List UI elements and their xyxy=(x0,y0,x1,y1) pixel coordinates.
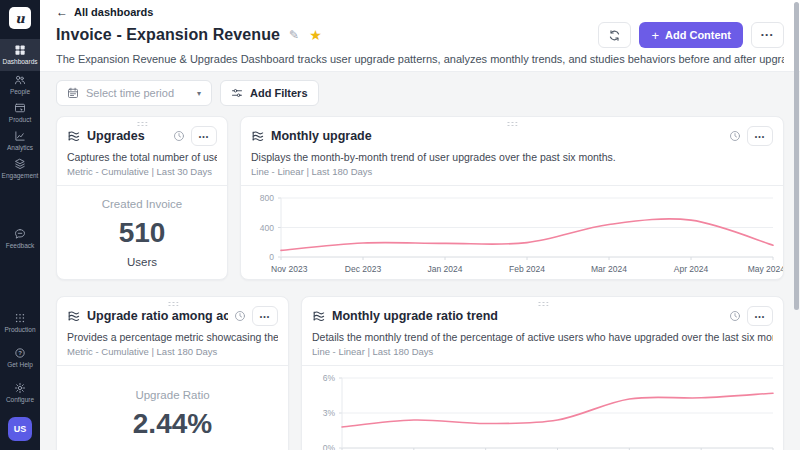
metric-body: Upgrade Ratio 2.44% xyxy=(57,365,288,450)
card-menu-button[interactable]: ••• xyxy=(747,306,773,326)
sidebar-item-label: Production xyxy=(4,326,35,334)
add-filters-button[interactable]: Add Filters xyxy=(220,80,318,106)
drag-handle[interactable] xyxy=(137,121,148,127)
svg-text:Nov 2023: Nov 2023 xyxy=(271,264,308,274)
help-icon: ? xyxy=(14,347,26,359)
card-meta: Line - Linear | Last 180 Days xyxy=(251,166,773,177)
ellipsis-icon: ••• xyxy=(755,133,765,140)
sidebar-item-analytics[interactable]: Analytics xyxy=(0,127,40,155)
user-avatar[interactable]: US xyxy=(8,417,32,441)
sidebar-item-get-help[interactable]: ? Get Help xyxy=(0,344,40,372)
svg-text:Mar 2024: Mar 2024 xyxy=(591,264,627,274)
svg-text:?: ? xyxy=(18,350,22,356)
svg-text:Jan 2024: Jan 2024 xyxy=(428,264,463,274)
scrollbar-thumb[interactable] xyxy=(794,2,799,310)
cards-row-2: Upgrade ratio among active use... ••• Pr… xyxy=(56,296,784,450)
card-menu-button[interactable]: ••• xyxy=(747,126,773,146)
ellipsis-icon: ••• xyxy=(761,31,774,39)
avatar-initials: US xyxy=(14,424,27,434)
metric-sublabel: Users xyxy=(127,256,157,268)
page-header: ← All dashboards Invoice - Expansion Rev… xyxy=(40,0,800,72)
sidebar-nav: Dashboards People Product xyxy=(0,39,40,253)
metric-label: Upgrade Ratio xyxy=(135,389,209,401)
svg-text:0%: 0% xyxy=(323,443,336,450)
sidebar-item-label: Engagement xyxy=(2,172,39,180)
more-options-button[interactable]: ••• xyxy=(751,22,784,48)
card-description: Details the monthly trend of the percent… xyxy=(312,331,773,343)
metric-value: 510 xyxy=(119,217,166,249)
chevron-down-icon: ▾ xyxy=(197,89,201,98)
add-content-button[interactable]: + Add Content xyxy=(639,22,743,48)
app-window: u Dashboards People xyxy=(0,0,800,450)
metric-waves-icon xyxy=(67,309,81,323)
sidebar-item-engagement[interactable]: Engagement xyxy=(0,155,40,183)
card-title: Upgrade ratio among active use... xyxy=(87,309,228,323)
drag-handle[interactable] xyxy=(167,301,178,307)
card-meta: Line - Linear | Last 180 Days xyxy=(312,346,773,357)
card-ratio-trend: Monthly upgrade ratio trend ••• Details … xyxy=(301,296,784,450)
ellipsis-icon: ••• xyxy=(199,133,209,140)
sidebar-item-dashboards[interactable]: Dashboards xyxy=(0,39,40,71)
app-logo[interactable]: u xyxy=(9,7,31,29)
metric-value: 2.44% xyxy=(133,408,212,440)
svg-text:3%: 3% xyxy=(323,408,336,418)
ratio-trend-line-chart: 0%3%6%Nov 2023Dec 2023Jan 2024Feb 2024Ma… xyxy=(302,365,783,450)
metric-waves-icon xyxy=(67,129,81,143)
svg-text:May 2024: May 2024 xyxy=(748,264,783,274)
breadcrumb[interactable]: ← All dashboards xyxy=(56,5,784,19)
favorite-star-icon[interactable]: ★ xyxy=(309,27,322,43)
sidebar: u Dashboards People xyxy=(0,0,40,450)
metric-waves-icon xyxy=(312,309,326,323)
metric-label: Created Invoice xyxy=(102,198,183,210)
svg-text:0: 0 xyxy=(269,252,274,262)
dashboards-icon xyxy=(14,44,26,56)
sidebar-item-people[interactable]: People xyxy=(0,71,40,99)
svg-text:6%: 6% xyxy=(323,373,336,383)
sidebar-item-feedback[interactable]: Feedback xyxy=(0,225,40,253)
configure-icon xyxy=(14,382,26,394)
add-content-label: Add Content xyxy=(665,29,731,41)
add-filters-label: Add Filters xyxy=(250,87,307,99)
card-menu-button[interactable]: ••• xyxy=(191,126,217,146)
time-period-select[interactable]: Select time period ▾ xyxy=(56,80,212,106)
card-title: Monthly upgrade ratio trend xyxy=(332,309,498,323)
card-monthly-upgrade: Monthly upgrade ••• Displays the month-b… xyxy=(240,116,784,280)
drag-handle[interactable] xyxy=(507,121,518,127)
logo-letter: u xyxy=(15,11,24,26)
plus-icon: + xyxy=(651,28,659,43)
card-title: Upgrades xyxy=(87,129,145,143)
header-actions: + Add Content ••• xyxy=(598,22,784,48)
card-menu-button[interactable]: ••• xyxy=(252,306,278,326)
ellipsis-icon: ••• xyxy=(260,313,270,320)
drag-handle[interactable] xyxy=(537,301,548,307)
refresh-button[interactable] xyxy=(598,22,631,48)
ellipsis-icon: ••• xyxy=(755,313,765,320)
sidebar-item-product[interactable]: Product xyxy=(0,99,40,127)
clock-icon xyxy=(729,130,741,142)
feedback-icon xyxy=(14,228,26,240)
edit-title-icon[interactable]: ✎ xyxy=(289,28,299,42)
engagement-icon xyxy=(14,158,26,170)
dashboard-content: Select time period ▾ Add Filters xyxy=(40,72,800,450)
sidebar-item-label: People xyxy=(10,88,30,96)
filter-bar: Select time period ▾ Add Filters xyxy=(56,80,784,106)
card-meta: Metric - Cumulative | Last 180 Days xyxy=(67,346,278,357)
clock-icon xyxy=(729,310,741,322)
sidebar-item-production[interactable]: Production xyxy=(0,309,40,337)
time-period-placeholder: Select time period xyxy=(86,87,174,99)
analytics-icon xyxy=(14,130,26,142)
people-icon xyxy=(14,74,26,86)
sidebar-item-configure[interactable]: Configure xyxy=(0,379,40,407)
card-meta: Metric - Cumulative | Last 30 Days xyxy=(67,166,217,177)
sidebar-item-label: Configure xyxy=(6,396,34,404)
clock-icon xyxy=(173,130,185,142)
scrollbar xyxy=(793,0,799,450)
monthly-upgrade-line-chart: 0400800Nov 2023Dec 2023Jan 2024Feb 2024M… xyxy=(241,185,783,279)
sidebar-item-label: Feedback xyxy=(6,242,35,250)
filters-icon xyxy=(231,87,243,99)
sidebar-item-label: Product xyxy=(9,116,31,124)
card-upgrades: Upgrades ••• Captures the total number o… xyxy=(56,116,228,280)
card-description: Provides a percentage metric showcasing … xyxy=(67,331,278,343)
svg-text:Apr 2024: Apr 2024 xyxy=(674,264,709,274)
calendar-icon xyxy=(67,87,79,99)
